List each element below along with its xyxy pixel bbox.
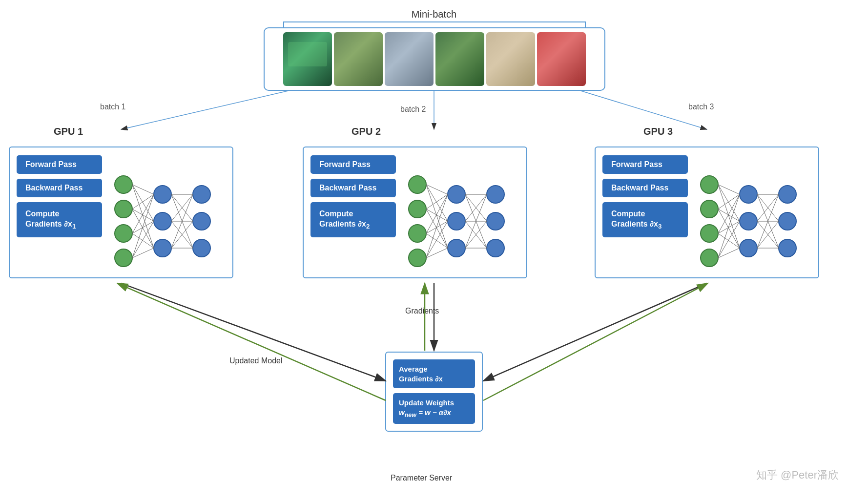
gpu1-nn: [109, 155, 216, 268]
svg-line-99: [121, 283, 386, 381]
gpu1-forward-btn: Forward Pass: [17, 155, 102, 174]
image-1: [283, 32, 332, 86]
svg-point-1: [115, 200, 132, 218]
svg-point-68: [740, 239, 757, 257]
gpu2-buttons: Forward Pass Backward Pass ComputeGradie…: [310, 155, 396, 237]
svg-line-96: [121, 91, 288, 129]
svg-line-52: [426, 248, 448, 258]
param-server-box: AverageGradients ∂x Update Weightswnew =…: [385, 352, 483, 432]
gpu3-backward-btn: Backward Pass: [602, 179, 688, 197]
gpu1-gradient-btn: ComputeGradients ∂x1: [17, 202, 102, 237]
svg-point-67: [740, 212, 757, 230]
svg-point-66: [740, 186, 757, 203]
gpu2-forward-btn: Forward Pass: [310, 155, 396, 174]
minibatch-bracket: [283, 21, 586, 27]
svg-line-102: [117, 283, 386, 400]
batch3-label: batch 3: [688, 103, 714, 111]
svg-line-75: [718, 194, 740, 209]
svg-point-3: [115, 249, 132, 267]
svg-point-9: [193, 239, 210, 257]
svg-point-0: [115, 176, 132, 193]
svg-point-62: [701, 176, 718, 193]
param-server-label: Parameter Server: [391, 474, 452, 482]
svg-point-65: [701, 249, 718, 267]
diagram-container: Mini-batch batch 1 batch 2 batch 3 GPU 1…: [0, 0, 868, 502]
svg-point-31: [409, 176, 426, 193]
gradients-label: Gradients: [405, 307, 439, 315]
svg-point-4: [154, 186, 171, 203]
svg-line-81: [718, 194, 740, 258]
svg-line-50: [426, 194, 448, 258]
svg-point-36: [448, 212, 465, 230]
svg-point-40: [487, 239, 504, 257]
gpu3-buttons: Forward Pass Backward Pass ComputeGradie…: [602, 155, 688, 237]
gpu1-buttons: Forward Pass Backward Pass ComputeGradie…: [17, 155, 102, 237]
minibatch-label: Mini-batch: [412, 9, 456, 20]
svg-point-33: [409, 225, 426, 242]
watermark: 知乎 @Peter潘欣: [756, 468, 839, 482]
svg-line-72: [718, 185, 740, 194]
svg-point-69: [779, 186, 796, 203]
gpu1-box: Forward Pass Backward Pass ComputeGradie…: [9, 146, 233, 278]
gpu3-nn: [695, 155, 802, 268]
batch2-label: batch 2: [400, 105, 426, 114]
batch1-label: batch 1: [100, 103, 125, 111]
image-5: [486, 32, 535, 86]
svg-point-8: [193, 212, 210, 230]
svg-point-32: [409, 200, 426, 218]
updated-model-label: Updated Model: [229, 356, 283, 365]
svg-point-64: [701, 225, 718, 242]
gpu1-label: GPU 1: [54, 126, 83, 137]
svg-point-63: [701, 200, 718, 218]
svg-point-34: [409, 249, 426, 267]
svg-point-6: [154, 239, 171, 257]
gpu1-backward-btn: Backward Pass: [17, 179, 102, 197]
gpu2-backward-btn: Backward Pass: [310, 179, 396, 197]
update-weights-btn: Update Weightswnew = w − α∂x: [393, 393, 475, 424]
svg-line-10: [132, 185, 154, 194]
svg-line-13: [132, 194, 154, 209]
gpu2-gradient-btn: ComputeGradients ∂x2: [310, 202, 396, 237]
gpu3-box: Forward Pass Backward Pass ComputeGradie…: [595, 146, 819, 278]
svg-line-18: [132, 233, 154, 248]
image-3: [385, 32, 434, 86]
svg-point-37: [448, 239, 465, 257]
svg-line-19: [132, 194, 154, 258]
svg-line-80: [718, 233, 740, 248]
gpu2-box: Forward Pass Backward Pass ComputeGradie…: [303, 146, 527, 278]
gpu2-nn: [403, 155, 510, 268]
gpu2-label: GPU 2: [351, 126, 381, 137]
svg-point-71: [779, 239, 796, 257]
svg-point-38: [487, 186, 504, 203]
image-6: [537, 32, 586, 86]
svg-line-104: [483, 283, 708, 400]
gpu3-forward-btn: Forward Pass: [602, 155, 688, 174]
svg-line-44: [426, 194, 448, 209]
svg-point-70: [779, 212, 796, 230]
svg-line-43: [426, 185, 448, 248]
svg-line-41: [426, 185, 448, 194]
gpu3-label: GPU 3: [643, 126, 673, 137]
svg-line-74: [718, 185, 740, 248]
svg-point-35: [448, 186, 465, 203]
svg-line-101: [483, 283, 707, 381]
image-4: [435, 32, 484, 86]
svg-point-39: [487, 212, 504, 230]
image-2: [334, 32, 383, 86]
svg-line-83: [718, 248, 740, 258]
svg-point-5: [154, 212, 171, 230]
svg-line-21: [132, 248, 154, 258]
image-strip: [264, 27, 605, 91]
svg-line-49: [426, 233, 448, 248]
svg-line-12: [132, 185, 154, 248]
avg-gradients-btn: AverageGradients ∂x: [393, 359, 475, 388]
svg-point-2: [115, 225, 132, 242]
svg-point-7: [193, 186, 210, 203]
gpu3-gradient-btn: ComputeGradients ∂x3: [602, 202, 688, 237]
